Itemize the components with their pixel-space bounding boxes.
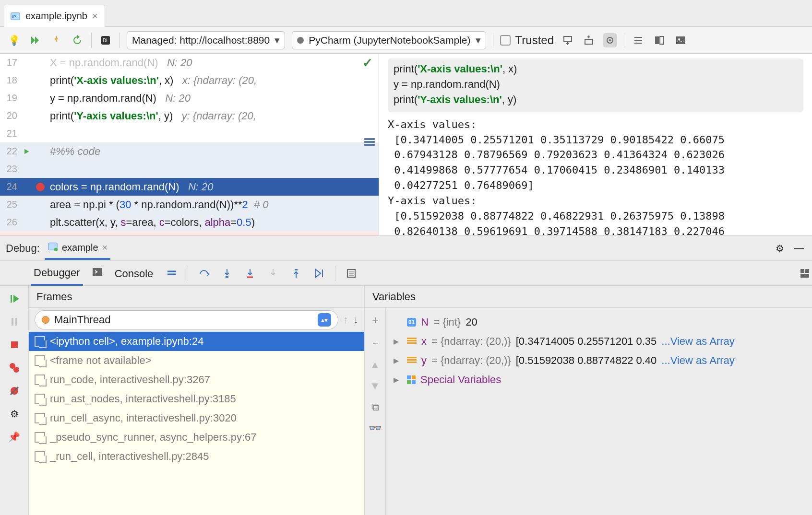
svg-rect-18 bbox=[800, 269, 804, 273]
expand-icon[interactable]: ▸ bbox=[394, 374, 402, 386]
chevron-down-icon: ▾ bbox=[476, 35, 481, 46]
kernel-status-icon bbox=[297, 37, 304, 44]
add-cell-above-icon[interactable] bbox=[582, 33, 596, 47]
tab-console[interactable]: Console bbox=[112, 262, 156, 285]
code-line[interactable]: 27plt.show() bbox=[0, 231, 379, 235]
code-line[interactable]: 25area = np.pi * (30 * np.random.rand(N)… bbox=[0, 196, 379, 213]
pause-icon[interactable] bbox=[8, 316, 21, 328]
code-line[interactable]: 22#%% code bbox=[0, 142, 379, 160]
up-arrow-icon[interactable]: ▲ bbox=[370, 359, 381, 371]
bulb-icon[interactable]: 💡 bbox=[7, 33, 21, 47]
debug-tab-example[interactable]: example × bbox=[45, 236, 110, 260]
breakpoint-icon[interactable] bbox=[36, 183, 45, 191]
stop-icon[interactable] bbox=[8, 339, 21, 351]
add-watch-icon[interactable]: ＋ bbox=[370, 313, 381, 327]
line-number: 23 bbox=[0, 164, 19, 175]
frame-row[interactable]: run_code, interactiveshell.py:3267 bbox=[29, 370, 364, 389]
frames-list[interactable]: <ipython cell>, example.ipynb:24<frame n… bbox=[29, 332, 364, 515]
close-icon[interactable]: × bbox=[102, 242, 108, 253]
tab-debugger[interactable]: Debugger bbox=[31, 261, 83, 286]
run-all-icon[interactable] bbox=[28, 33, 42, 47]
step-out-icon[interactable] bbox=[289, 266, 303, 281]
step-into-my-code-icon[interactable] bbox=[243, 266, 257, 281]
pin-icon[interactable]: 📌 bbox=[8, 431, 21, 443]
server-combo[interactable]: Managed: http://localhost:8890 ▾ bbox=[127, 31, 285, 49]
code-line[interactable]: 19y = np.random.rand(N) N: 20 bbox=[0, 89, 379, 107]
svg-rect-5 bbox=[585, 39, 593, 44]
interrupt-icon[interactable] bbox=[49, 33, 63, 47]
thread-selector-row: MainThread ▴▾ ↑ ↓ bbox=[29, 308, 364, 332]
code-line[interactable]: 23 bbox=[0, 160, 379, 178]
threads-icon[interactable] bbox=[165, 266, 179, 281]
gear-icon[interactable]: ⚙ bbox=[773, 241, 787, 256]
view-image-icon[interactable] bbox=[673, 33, 688, 47]
svg-rect-9 bbox=[660, 36, 664, 44]
frame-row[interactable]: _pseudo_sync_runner, async_helpers.py:67 bbox=[29, 428, 364, 447]
minimize-icon[interactable]: — bbox=[792, 241, 806, 256]
variable-row[interactable]: ▸ y = {ndarray: (20,)} [0.51592038 0.887… bbox=[394, 351, 805, 370]
file-tab-example[interactable]: IP example.ipynb × bbox=[4, 5, 105, 27]
remove-watch-icon[interactable]: － bbox=[370, 336, 381, 350]
var-name: N bbox=[421, 316, 429, 328]
frame-row[interactable]: run_cell_async, interactiveshell.py:3020 bbox=[29, 409, 364, 428]
step-over-icon[interactable] bbox=[197, 266, 211, 281]
preview-icon[interactable] bbox=[603, 33, 617, 47]
mute-breakpoints-icon[interactable] bbox=[8, 385, 21, 397]
layout-icon[interactable] bbox=[798, 266, 812, 281]
copy-icon[interactable]: ⧉ bbox=[371, 401, 379, 413]
variables-list[interactable]: 01 N = {int} 20▸ x = {ndarray: (20,)} [0… bbox=[365, 308, 812, 394]
line-number: 18 bbox=[0, 75, 19, 86]
frame-label: _run_cell, interactiveshell.py:2845 bbox=[50, 450, 209, 463]
stepper-icon[interactable]: ▴▾ bbox=[318, 313, 331, 327]
data-science-icon[interactable]: DL bbox=[98, 33, 113, 47]
frame-row[interactable]: run_ast_nodes, interactiveshell.py:3185 bbox=[29, 389, 364, 409]
run-to-cursor-icon[interactable] bbox=[312, 266, 326, 281]
code-line[interactable]: 20print('Y-axis values:\n', y) y: {ndarr… bbox=[0, 107, 379, 125]
view-list-icon[interactable] bbox=[631, 33, 645, 47]
code-text: y = np.random.rand(N) N: 20 bbox=[47, 92, 379, 105]
down-arrow-icon[interactable]: ▼ bbox=[370, 380, 381, 392]
view-as-array-link[interactable]: ...View as Array bbox=[661, 335, 734, 348]
svg-rect-20 bbox=[800, 274, 809, 278]
svg-rect-16 bbox=[295, 269, 298, 270]
frame-icon bbox=[35, 451, 45, 462]
view-as-array-link[interactable]: ...View as Array bbox=[661, 354, 734, 367]
code-text: X = np.random.rand(N) N: 20 bbox=[47, 57, 379, 69]
thread-select[interactable]: MainThread ▴▾ bbox=[35, 310, 338, 329]
array-type-icon bbox=[407, 357, 417, 364]
evaluate-icon[interactable] bbox=[344, 266, 358, 281]
console-run-icon bbox=[92, 266, 103, 280]
variable-row[interactable]: ▸ x = {ndarray: (20,)} [0.34714005 0.255… bbox=[394, 332, 805, 351]
code-editor[interactable]: ✓ 17X = np.random.rand(N) N: 2018print('… bbox=[0, 54, 379, 235]
settings-icon[interactable]: ⚙ bbox=[8, 408, 21, 420]
frame-row[interactable]: <ipython cell>, example.ipynb:24 bbox=[29, 332, 364, 351]
expand-icon[interactable]: ▸ bbox=[394, 335, 402, 348]
glasses-icon[interactable]: 👓 bbox=[369, 422, 382, 434]
code-line[interactable]: 24colors = np.random.rand(N) N: 20 bbox=[0, 178, 379, 196]
restart-icon[interactable] bbox=[70, 33, 84, 47]
prev-frame-icon[interactable]: ↑ bbox=[343, 314, 348, 326]
view-split-icon[interactable] bbox=[652, 33, 667, 47]
trusted-toggle[interactable]: Trusted bbox=[500, 34, 554, 47]
kernel-combo[interactable]: PyCharm (JupyterNotebookSample) ▾ bbox=[292, 31, 486, 49]
resume-icon[interactable] bbox=[8, 293, 21, 305]
code-line[interactable]: 26plt.scatter(x, y, s=area, c=colors, al… bbox=[0, 213, 379, 231]
run-cell-gutter[interactable] bbox=[19, 148, 34, 155]
frame-row[interactable]: _run_cell, interactiveshell.py:2845 bbox=[29, 447, 364, 466]
add-cell-below-icon[interactable] bbox=[561, 33, 575, 47]
code-line[interactable]: 17X = np.random.rand(N) N: 20 bbox=[0, 54, 379, 71]
expand-icon[interactable]: ▸ bbox=[394, 354, 402, 367]
code-line[interactable]: 21 bbox=[0, 125, 379, 142]
breakpoint-gutter[interactable] bbox=[34, 183, 47, 191]
cell-drag-handle[interactable] bbox=[364, 138, 375, 150]
variable-row[interactable]: 01 N = {int} 20 bbox=[394, 313, 805, 332]
code-line[interactable]: 18print('X-axis values:\n', x) x: {ndarr… bbox=[0, 71, 379, 89]
breakpoints-icon[interactable] bbox=[8, 362, 21, 374]
checkbox-icon[interactable] bbox=[500, 35, 511, 46]
frame-row[interactable]: <frame not available> bbox=[29, 351, 364, 370]
force-step-into-icon[interactable] bbox=[266, 266, 280, 281]
close-icon[interactable]: × bbox=[92, 11, 98, 22]
next-frame-icon[interactable]: ↓ bbox=[353, 314, 358, 326]
step-into-icon[interactable] bbox=[220, 266, 234, 281]
variable-row[interactable]: ▸ Special Variables bbox=[394, 370, 805, 389]
